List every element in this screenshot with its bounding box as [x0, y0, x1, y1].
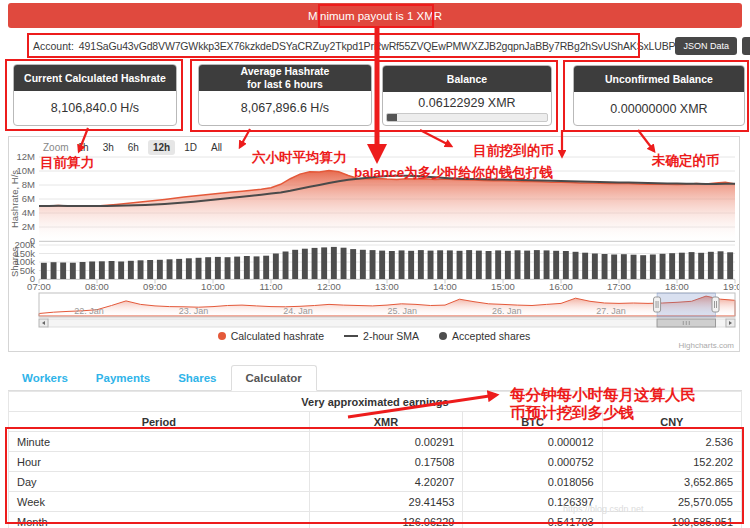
shares-bar	[524, 251, 530, 279]
balance-progress-bar	[386, 113, 548, 122]
stat-value: 8,106,840.0 H/s	[14, 91, 176, 125]
period-cell: Day	[9, 472, 310, 492]
shares-bar	[708, 252, 714, 279]
shares-bar	[302, 249, 308, 279]
stat-balance: Balance 0.06122929 XMR	[382, 65, 552, 126]
column-header-xmr: XMR	[309, 412, 463, 432]
svg-text:12M: 12M	[17, 151, 36, 162]
shares-bar	[573, 252, 579, 279]
shares-bar	[350, 249, 356, 279]
shares-bar	[196, 258, 202, 279]
value-cell: 3,652.865	[602, 472, 741, 492]
shares-bar	[60, 263, 66, 280]
column-header-btc: BTC	[463, 412, 602, 432]
navigator-handle-left[interactable]	[654, 297, 661, 312]
zoom-button-12h[interactable]: 12h	[148, 140, 175, 155]
watermark: https://blog.csdn.net	[563, 504, 644, 514]
shares-bar	[225, 257, 231, 279]
svg-text:6M: 6M	[22, 193, 35, 204]
legend-item[interactable]: Calculated hashrate	[218, 330, 324, 342]
table-row: Hour0.175080.000752152.202	[9, 452, 742, 472]
table-row: Minute0.002910.0000122.536	[9, 432, 742, 452]
highcharts-credit: Highcharts.com	[678, 341, 734, 350]
legend-swatch	[218, 332, 226, 340]
shares-bar	[234, 257, 240, 279]
balance-progress-fill	[387, 114, 397, 121]
svg-text:23. Jan: 23. Jan	[179, 306, 209, 316]
shares-bar	[118, 262, 124, 280]
shares-bar	[128, 261, 134, 279]
settings-button[interactable]: Settings	[742, 37, 750, 55]
shares-bar	[660, 254, 666, 279]
stat-title: Unconfirmed Balance	[574, 66, 744, 92]
scrollbar-track[interactable]	[48, 319, 726, 327]
shares-bar	[321, 247, 327, 279]
zoom-button-all[interactable]: All	[206, 140, 227, 155]
zoom-button-1h[interactable]: 1h	[73, 140, 94, 155]
account-label: Account:	[33, 40, 74, 52]
shares-bar	[292, 250, 298, 279]
account-address: 491SaGu43vGd8VW7GWkkp3EX76kzkdeDSYaCRZuy…	[79, 40, 676, 52]
account-row: Account: 491SaGu43vGd8VW7GWkkp3EX76kzkde…	[8, 33, 742, 58]
value-cell: 152.202	[602, 452, 741, 472]
value-cell: 29.41453	[309, 492, 463, 512]
navigator-selection[interactable]	[657, 293, 715, 317]
shares-bar	[99, 261, 105, 279]
stat-current-hashrate: Current Calculated Hashrate 8,106,840.0 …	[13, 64, 177, 126]
navigator-handle-right[interactable]	[712, 297, 719, 312]
legend-item[interactable]: Accepted shares	[439, 330, 530, 342]
shares-bar	[70, 263, 76, 279]
shares-bar	[147, 260, 153, 279]
hashrate-shares-chart: Zoom 1h3h6h12h1DAll 02M4M6M8M10M12M050k1…	[8, 136, 740, 352]
stat-title: Average Hashrate for last 6 hours	[199, 65, 371, 91]
shares-bar	[157, 260, 163, 279]
legend-label: 2-hour SMA	[363, 330, 419, 342]
period-cell: Month	[9, 512, 310, 528]
shares-bar	[80, 262, 86, 279]
stat-value: 0.00000000 XMR	[574, 92, 744, 125]
zoom-button-6h[interactable]: 6h	[123, 140, 144, 155]
value-cell: 2.536	[602, 432, 741, 452]
earnings-table-title: Very approximated earnings	[9, 392, 742, 412]
value-cell: 0.000012	[463, 432, 602, 452]
shares-bar	[718, 251, 724, 279]
shares-bar	[273, 254, 279, 280]
shares-bar	[215, 257, 221, 279]
svg-text:Shares: Shares	[9, 247, 20, 277]
zoom-button-1d[interactable]: 1D	[179, 140, 202, 155]
tab-shares[interactable]: Shares	[164, 366, 230, 390]
account-buttons: JSON Data Settings	[675, 37, 750, 55]
shares-bar	[379, 251, 385, 279]
zoom-button-3h[interactable]: 3h	[98, 140, 119, 155]
shares-bar	[486, 251, 492, 279]
svg-text:19:00: 19:00	[723, 281, 739, 292]
minimum-payout-banner: Minimum payout is 1 XMR	[8, 3, 742, 28]
shares-bar	[408, 251, 414, 279]
shares-bar	[553, 251, 559, 279]
tab-workers[interactable]: Workers	[8, 366, 82, 390]
shares-bar	[331, 247, 337, 279]
stat-value: 0.06122929 XMR	[383, 92, 551, 113]
tab-payments[interactable]: Payments	[82, 366, 164, 390]
tab-calculator[interactable]: Calculator	[231, 365, 317, 391]
legend-swatch	[439, 332, 447, 340]
stat-average-hashrate: Average Hashrate for last 6 hours 8,067,…	[198, 64, 372, 126]
shares-bar	[544, 250, 550, 279]
chart-canvas[interactable]: 02M4M6M8M10M12M050k100k150k200kHashrate,…	[9, 137, 739, 351]
shares-bar	[640, 255, 646, 279]
shares-bar	[611, 255, 617, 280]
shares-bar	[495, 250, 501, 279]
period-cell: Minute	[9, 432, 310, 452]
shares-bar	[109, 261, 115, 279]
shares-bar	[186, 258, 192, 279]
shares-bar	[602, 254, 608, 279]
tab-bar: WorkersPaymentsSharesCalculator	[8, 366, 742, 391]
zoom-label: Zoom	[43, 142, 69, 153]
json-data-button[interactable]: JSON Data	[675, 37, 737, 55]
svg-text:26. Jan: 26. Jan	[492, 306, 522, 316]
chart-legend: Calculated hashrate2-hour SMAAccepted sh…	[9, 330, 739, 342]
legend-item[interactable]: 2-hour SMA	[344, 330, 419, 342]
shares-bar	[244, 256, 250, 279]
legend-label: Calculated hashrate	[231, 330, 324, 342]
shares-bar	[679, 253, 685, 279]
